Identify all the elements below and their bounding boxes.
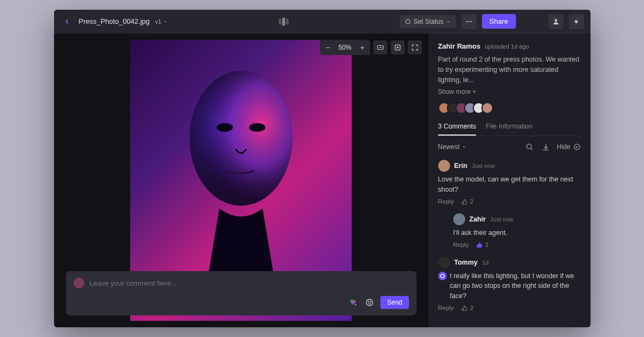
svg-point-21 [368, 301, 369, 302]
viewer-controls: − 50% + [320, 40, 421, 55]
search-comments-button[interactable] [525, 141, 535, 152]
svg-point-10 [190, 71, 292, 206]
collaborator-avatars [438, 102, 581, 114]
comment-item: Erin Just now Love the model, can we get… [438, 160, 581, 205]
reply-button[interactable]: Reply [453, 241, 469, 248]
status-dropdown[interactable]: Set Status [400, 15, 455, 28]
status-label: Set Status [413, 18, 443, 25]
chevron-down-icon [446, 19, 451, 24]
svg-point-5 [468, 21, 469, 22]
comment-input[interactable] [90, 279, 409, 287]
fit-width-button[interactable] [373, 41, 387, 55]
dots-horizontal-icon [465, 18, 473, 25]
svg-rect-1 [282, 17, 285, 25]
uploaded-time: uploaded 1d ago [485, 43, 529, 50]
person-icon [552, 18, 560, 25]
sort-dropdown[interactable]: Newest [438, 143, 466, 151]
share-button[interactable]: Share [482, 14, 516, 29]
sidebar-tabs: 3 Comments File Information [438, 123, 581, 136]
svg-point-20 [366, 299, 373, 306]
svg-line-24 [531, 148, 533, 150]
comment-time: Just now [490, 216, 513, 223]
like-button[interactable]: 2 [461, 305, 473, 311]
zoom-out-button[interactable]: − [321, 41, 334, 54]
version-dropdown[interactable]: v1 [155, 18, 167, 25]
tab-file-information[interactable]: File Information [486, 123, 532, 136]
like-button[interactable]: 2 [461, 198, 473, 205]
fullscreen-button[interactable] [408, 41, 422, 55]
fit-screen-icon [394, 44, 401, 51]
svg-point-26 [440, 274, 444, 278]
details-sidebar: Zahir Ramos uploaded 1d ago Part of roun… [428, 33, 591, 327]
comment-body: I'll ask their agent. [453, 228, 581, 238]
brush-icon [349, 298, 358, 307]
svg-point-12 [249, 123, 265, 132]
send-button[interactable]: Send [380, 296, 408, 309]
collaborator-avatar[interactable] [481, 102, 493, 114]
comment-avatar [438, 160, 450, 172]
description-text: Part of round 2 of the press photos. We … [438, 55, 581, 85]
like-button[interactable]: 1 [477, 241, 488, 248]
svg-point-6 [471, 21, 472, 22]
user-avatar-button[interactable] [548, 14, 564, 29]
comment-author: Zahir [469, 215, 486, 223]
tab-comments[interactable]: 3 Comments [438, 123, 477, 136]
reply-button[interactable]: Reply [438, 198, 454, 205]
chevron-down-icon [462, 145, 466, 149]
download-comments-button[interactable] [541, 141, 552, 152]
fit-screen-button[interactable] [391, 41, 405, 55]
svg-point-11 [217, 123, 233, 132]
hide-resolved-toggle[interactable]: Hide [557, 143, 581, 151]
check-circle-icon [573, 143, 581, 151]
zoom-controls: − 50% + [320, 40, 370, 55]
comment-time: 1d [482, 259, 488, 266]
comment-composer: Send [66, 271, 417, 315]
more-menu-button[interactable] [461, 14, 477, 29]
emoji-icon [365, 298, 374, 307]
comment-body: I really like this lighting, but I wonde… [438, 271, 581, 301]
comment-item: Zahir Just now I'll ask their agent. Rep… [453, 213, 581, 248]
comment-body: Love the model, can we get them for the … [438, 174, 581, 195]
comment-author: Tommy [454, 259, 478, 266]
show-more-link[interactable]: Show more + [438, 88, 581, 96]
lightning-button[interactable] [569, 14, 584, 29]
sort-label: Newest [438, 143, 460, 151]
comment-filters: Newest Hide [438, 141, 581, 152]
portrait-placeholder [165, 68, 317, 273]
comment-item: Tommy 1d I really like this lighting, bu… [438, 257, 581, 311]
uploader-name: Zahir Ramos [438, 42, 481, 50]
svg-rect-2 [286, 18, 289, 24]
annotation-tool-button[interactable] [348, 297, 359, 308]
uploader-info: Zahir Ramos uploaded 1d ago [438, 42, 581, 50]
chevron-left-icon [63, 18, 71, 25]
comment-avatar [453, 213, 465, 225]
fit-width-icon [377, 44, 384, 51]
current-user-avatar [73, 278, 84, 288]
reply-button[interactable]: Reply [438, 305, 454, 311]
app-window: Press_Photo_0042.jpg v1 Set Status Share [54, 10, 591, 327]
lightning-icon [573, 18, 580, 25]
zoom-in-button[interactable]: + [356, 41, 369, 54]
comment-author: Erin [454, 162, 467, 170]
comments-list: Erin Just now Love the model, can we get… [438, 160, 581, 320]
topbar: Press_Photo_0042.jpg v1 Set Status Share [54, 10, 591, 33]
svg-point-25 [574, 144, 580, 150]
svg-point-4 [466, 21, 467, 22]
status-circle-icon [405, 19, 411, 24]
svg-point-19 [351, 302, 354, 305]
version-label: v1 [155, 18, 162, 25]
annotation-marker-icon[interactable] [438, 272, 447, 280]
compare-icon [278, 17, 290, 26]
content-area: − 50% + [54, 33, 591, 327]
compare-toggle[interactable] [278, 17, 290, 26]
svg-point-16 [397, 47, 398, 48]
filename: Press_Photo_0042.jpg [79, 17, 150, 25]
back-button[interactable] [61, 15, 73, 28]
svg-point-7 [554, 19, 557, 22]
download-icon [542, 143, 550, 151]
chevron-down-icon [163, 19, 167, 24]
thumbs-up-icon [477, 241, 483, 248]
emoji-button[interactable] [364, 297, 375, 308]
search-icon [526, 143, 534, 151]
svg-rect-0 [279, 18, 281, 24]
